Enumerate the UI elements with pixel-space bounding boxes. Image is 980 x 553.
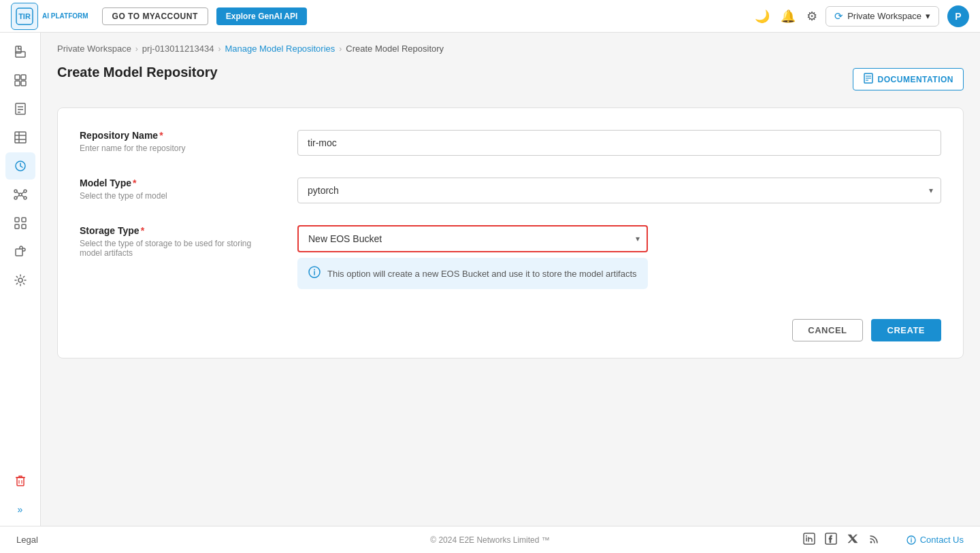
go-myaccount-button[interactable]: GO TO MYACCOUNT [102,7,208,25]
svg-rect-6 [15,81,20,86]
sidebar-item-dashboard[interactable] [5,67,35,94]
linkedin-icon[interactable] [803,533,815,548]
explore-genai-button[interactable]: Explore GenAI API [216,7,308,25]
model-type-select-wrapper: pytorch tensorflow onnx ▾ [297,178,941,203]
breadcrumb-manage-repos[interactable]: Manage Model Repositories [225,44,335,54]
repo-name-label-col: Repository Name* Enter name for the repo… [80,130,270,153]
svg-point-46 [870,541,872,543]
repo-name-input[interactable] [297,130,941,156]
documentation-button[interactable]: DOCUMENTATION [853,68,964,90]
notifications-icon[interactable]: 🔔 [781,9,796,24]
svg-point-31 [18,278,22,282]
svg-line-25 [22,195,24,197]
svg-point-44 [806,535,807,537]
storage-type-row: Storage Type* Select the type of storage… [80,225,941,297]
svg-rect-29 [22,224,26,229]
facebook-icon[interactable] [825,533,837,548]
repo-name-input-col [297,130,941,156]
sidebar-item-delete[interactable] [5,467,35,495]
svg-rect-3 [16,52,25,57]
svg-rect-28 [15,224,19,229]
twitter-icon[interactable] [847,533,859,548]
rss-icon[interactable] [868,533,881,548]
form-card: Repository Name* Enter name for the repo… [57,107,964,358]
create-button[interactable]: CREATE [871,319,941,341]
breadcrumb-sep-1: › [135,44,138,54]
svg-point-18 [14,190,17,192]
breadcrumb-sep-2: › [218,44,220,54]
sidebar: » [0,33,41,526]
svg-point-21 [24,197,27,199]
svg-line-23 [22,192,24,194]
breadcrumb-project[interactable]: prj-013011213434 [142,44,214,54]
storage-type-select[interactable]: New EOS Bucket Existing EOS Bucket [297,225,648,252]
model-type-required: * [133,178,136,188]
breadcrumb-workspace[interactable]: Private Workspace [57,44,131,54]
sidebar-item-model[interactable] [5,152,35,180]
svg-rect-4 [15,75,20,80]
model-type-label-col: Model Type* Select the type of model [80,178,270,201]
doc-icon [863,73,874,86]
info-icon [308,266,321,281]
model-type-select[interactable]: pytorch tensorflow onnx [297,178,941,203]
documentation-label: DOCUMENTATION [878,75,953,84]
svg-line-24 [17,195,19,197]
storage-type-input-col: New EOS Bucket Existing EOS Bucket ▾ Thi… [297,225,648,289]
workspace-selector[interactable]: ⟳ Private Workspace ▾ [826,6,939,27]
sidebar-item-settings[interactable] [5,267,35,294]
model-type-input-col: pytorch tensorflow onnx ▾ [297,178,941,203]
svg-rect-7 [21,81,26,86]
logo-icon: TIR [11,3,38,30]
settings-icon[interactable]: ⚙ [806,9,817,24]
footer: Legal © 2024 E2E Networks Limited ™ Cont… [0,526,980,553]
svg-rect-12 [15,132,26,143]
cancel-button[interactable]: CANCEL [792,319,862,341]
form-actions: CANCEL CREATE [80,319,941,341]
storage-type-required: * [141,225,144,236]
sidebar-item-grid[interactable] [5,210,35,237]
dark-mode-icon[interactable]: 🌙 [755,9,770,24]
breadcrumb: Private Workspace › prj-013011213434 › M… [57,44,964,54]
storage-type-label-col: Storage Type* Select the type of storage… [80,225,270,258]
model-type-row: Model Type* Select the type of model pyt… [80,178,941,203]
title-row: Create Model Repository DOCUMENTATION [57,65,964,94]
storage-type-hint: Select the type of storage to be used fo… [80,239,270,258]
logo-area: TIR AI PLATFORM [11,3,88,30]
app-header: TIR AI PLATFORM GO TO MYACCOUNT Explore … [0,0,980,33]
sidebar-item-plugin[interactable] [5,238,35,265]
info-banner: This option will create a new EOS Bucket… [297,258,648,289]
sidebar-item-network[interactable] [5,181,35,208]
workspace-dropdown-icon: ▾ [926,11,930,21]
storage-type-select-wrapper: New EOS Bucket Existing EOS Bucket ▾ [297,225,648,252]
contact-us-link[interactable]: Contact Us [906,535,964,545]
svg-rect-32 [17,477,24,486]
workspace-icon: ⟳ [834,10,843,22]
user-avatar-button[interactable]: P [947,5,969,27]
logo-text: AI PLATFORM [42,12,88,20]
footer-legal-link[interactable]: Legal [16,535,38,545]
svg-rect-26 [15,218,19,222]
sidebar-expand-button[interactable]: » [5,499,35,520]
svg-point-19 [24,190,27,192]
svg-text:TIR: TIR [18,12,31,20]
page-title: Create Model Repository [57,65,218,80]
svg-point-49 [911,537,912,539]
main-content: Private Workspace › prj-013011213434 › M… [41,33,980,526]
sidebar-item-docs[interactable] [5,95,35,122]
svg-line-22 [17,192,19,194]
svg-rect-27 [22,218,26,222]
repo-name-row: Repository Name* Enter name for the repo… [80,130,941,156]
breadcrumb-current: Create Model Repository [346,44,444,54]
info-message: This option will create a new EOS Bucket… [327,269,637,279]
repo-name-hint: Enter name for the repository [80,144,270,153]
svg-point-17 [19,193,22,196]
footer-social-links: Contact Us [803,533,964,548]
svg-rect-5 [21,75,26,80]
contact-us-label: Contact Us [920,535,964,545]
sidebar-item-table[interactable] [5,124,35,151]
model-type-hint: Select the type of model [80,191,270,201]
storage-type-label: Storage Type* [80,225,270,236]
svg-point-41 [314,269,315,271]
footer-copyright: © 2024 E2E Networks Limited ™ [430,535,550,545]
sidebar-item-files[interactable] [5,38,35,65]
